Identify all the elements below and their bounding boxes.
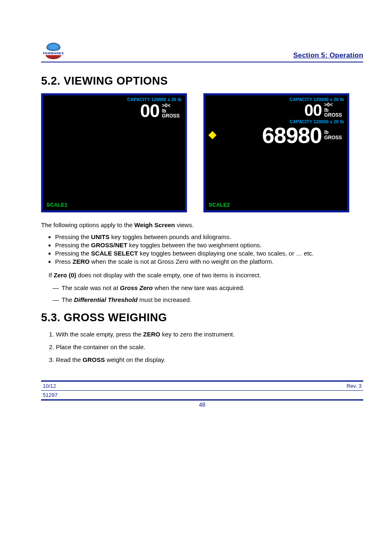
list-item: Press ZERO when the scale is not at Gros… [55, 258, 363, 265]
zero-indicator: >0< [162, 103, 171, 108]
dash-lead: If Zero (0) does not display with the sc… [48, 271, 363, 279]
mode-label: GROSS [324, 135, 342, 140]
dash-list: The scale was not at Gross Zero when the… [62, 284, 363, 303]
section-5-2-heading: 5.2. VIEWING OPTIONS [41, 75, 363, 88]
page-number: 48 [41, 401, 363, 408]
section-5-2-intro: The following options apply to the Weigh… [41, 221, 363, 229]
capacity-label: CAPACITY 120000 x 20 lb [43, 95, 185, 102]
list-item: Pressing the SCALE SELECT key toggles be… [55, 250, 363, 257]
list-item: Place the container on the scale. [56, 343, 363, 351]
list-item: Read the GROSS weight on the display. [56, 355, 363, 364]
page-header: FAIRBANKS Section 5: Operation [41, 41, 363, 62]
globe-icon [46, 43, 60, 51]
section-5-3-heading: 5.3. GROSS WEIGHING [41, 311, 363, 324]
zero-indicator: >0< [324, 102, 333, 108]
ribbon-icon [46, 55, 61, 59]
capacity-label-top: CAPACITY 120000 x 20 lb [205, 95, 347, 102]
scale2-screen: CAPACITY 120000 x 20 lb 00 >0< lb GROSS … [203, 93, 349, 212]
scale-id-label: SCALE1 [46, 202, 67, 208]
section-link: Section 5: Operation [293, 51, 363, 61]
weight-value-bottom: 68980 [262, 124, 322, 146]
gross-weighing-steps: With the scale empty, press the ZERO key… [56, 330, 363, 364]
list-item: With the scale empty, press the ZERO key… [56, 330, 363, 339]
scale1-screen: CAPACITY 120000 x 20 lb 00 >0< lb GROSS … [41, 93, 187, 212]
list-item: Pressing the GROSS/NET key toggles betwe… [55, 242, 363, 249]
motion-icon [208, 131, 217, 139]
weight-value: 00 [140, 102, 159, 120]
brand-name: FAIRBANKS [43, 51, 64, 55]
scale-id-label: SCALE2 [209, 202, 230, 208]
list-item: Pressing the UNITS key toggles between p… [55, 233, 363, 240]
section-5-2-bullets: Pressing the UNITS key toggles between p… [55, 233, 363, 265]
mode-label: GROSS [324, 113, 342, 118]
page-footer: 10/12 Rev. 3 51297 48 [41, 380, 363, 408]
list-item: The scale was not at Gross Zero when the… [62, 284, 363, 291]
footer-docnum: 51297 [43, 392, 58, 398]
screenshot-row: CAPACITY 120000 x 20 lb 00 >0< lb GROSS … [41, 93, 363, 212]
footer-date: 10/12 [43, 383, 56, 389]
footer-rev: Rev. 3 [346, 383, 362, 389]
mode-label: GROSS [162, 113, 180, 119]
list-item: The Differential Threshold must be incre… [62, 296, 363, 303]
brand-logo: FAIRBANKS [41, 41, 66, 61]
weight-value-top: 00 [304, 102, 322, 118]
